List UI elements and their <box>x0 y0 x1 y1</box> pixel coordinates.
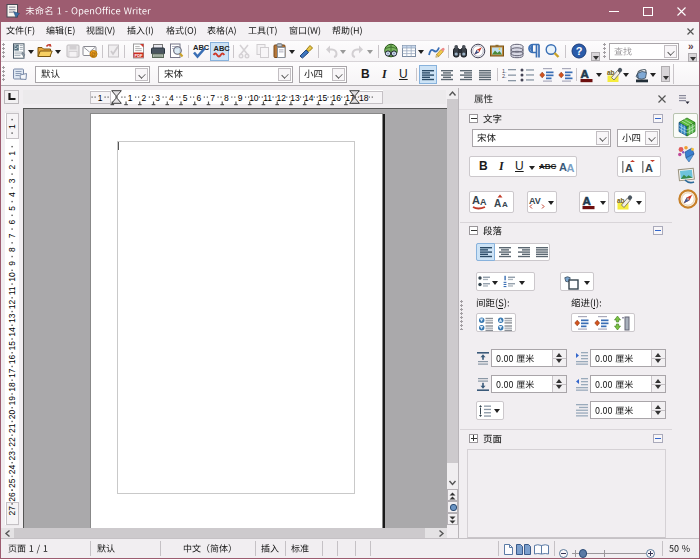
svg-text:23: 23 <box>7 451 17 461</box>
svg-text:3: 3 <box>155 93 160 103</box>
svg-text:22: 22 <box>7 437 17 447</box>
svg-text:17: 17 <box>7 368 17 378</box>
svg-text:10: 10 <box>249 93 259 103</box>
svg-text:A: A <box>625 162 633 174</box>
svg-text:1: 1 <box>7 124 17 129</box>
svg-text:16: 16 <box>7 355 17 365</box>
svg-text:7: 7 <box>210 93 215 103</box>
svg-text:A: A <box>581 68 589 80</box>
svg-text:A: A <box>494 198 501 209</box>
svg-text:11: 11 <box>263 93 272 103</box>
svg-text:A: A <box>567 162 575 174</box>
svg-text:15: 15 <box>318 93 328 103</box>
svg-text:5: 5 <box>183 93 188 103</box>
svg-text:14: 14 <box>304 93 314 103</box>
svg-text:13: 13 <box>290 93 300 103</box>
svg-text:21: 21 <box>7 423 17 433</box>
svg-text:26: 26 <box>7 492 17 502</box>
svg-text:2: 2 <box>142 93 147 103</box>
svg-text:8: 8 <box>7 247 17 252</box>
svg-text:1: 1 <box>128 93 133 103</box>
svg-text:1: 1 <box>7 151 17 156</box>
svg-text:12: 12 <box>7 300 17 310</box>
svg-text:20: 20 <box>7 410 17 420</box>
svg-text:6: 6 <box>7 220 17 225</box>
svg-text:ABC: ABC <box>214 44 231 53</box>
svg-text:1: 1 <box>98 93 103 103</box>
svg-text:9: 9 <box>238 93 243 103</box>
svg-text:18: 18 <box>359 93 369 103</box>
svg-text:A: A <box>480 197 487 207</box>
svg-text:25: 25 <box>7 478 17 488</box>
svg-text:9: 9 <box>7 261 17 266</box>
svg-text:4: 4 <box>169 93 174 103</box>
svg-text:13: 13 <box>7 313 17 323</box>
svg-text:8: 8 <box>224 93 229 103</box>
svg-text:A: A <box>645 162 653 174</box>
svg-text:7: 7 <box>7 233 17 238</box>
svg-text:27: 27 <box>7 506 17 516</box>
svg-text:A: A <box>583 195 591 207</box>
svg-text:11: 11 <box>7 286 17 295</box>
svg-text:15: 15 <box>7 341 17 351</box>
svg-text:A: A <box>472 194 480 206</box>
svg-text:19: 19 <box>7 396 17 406</box>
svg-text:3: 3 <box>7 178 17 183</box>
svg-text:24: 24 <box>7 464 17 474</box>
svg-text:?: ? <box>576 45 583 57</box>
svg-text:4: 4 <box>7 192 17 197</box>
svg-text:6: 6 <box>197 93 202 103</box>
svg-text:2: 2 <box>7 165 17 170</box>
svg-text:10: 10 <box>7 272 17 282</box>
svg-text:@: @ <box>91 51 97 57</box>
svg-text:2.: 2. <box>502 73 507 79</box>
svg-text:A: A <box>502 200 508 209</box>
svg-text:18: 18 <box>7 382 17 392</box>
svg-text:16: 16 <box>332 93 342 103</box>
svg-text:AV: AV <box>529 196 541 206</box>
svg-text:PDF: PDF <box>135 53 144 58</box>
svg-text:12: 12 <box>277 93 287 103</box>
svg-text:5: 5 <box>7 206 17 211</box>
svg-text:14: 14 <box>7 327 17 337</box>
